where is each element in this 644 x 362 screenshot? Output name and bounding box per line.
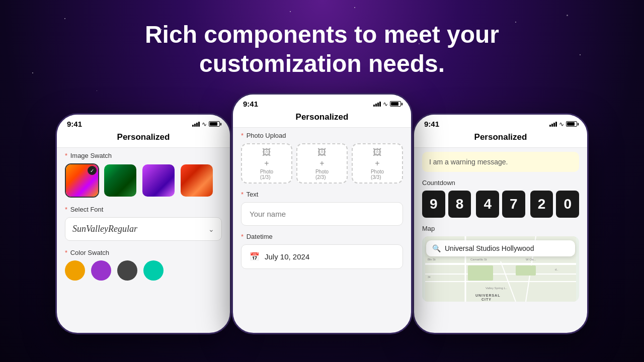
status-icons-left: ∿ xyxy=(192,121,220,128)
color-dot-purple[interactable] xyxy=(91,260,111,281)
search-icon: 🔍 xyxy=(432,244,441,252)
countdown-grid: 9 8 4 7 2 0 xyxy=(422,191,579,218)
phone-left: 9:41 ∿ Personalized * Image Swatch xyxy=(55,113,231,334)
warning-message: I am a warning message. xyxy=(422,152,579,172)
photo-icon-3: 🖼 xyxy=(373,147,382,158)
wifi-icon-left: ∿ xyxy=(202,121,207,128)
photo-upload-2[interactable]: 🖼 + Photo(2/3) xyxy=(296,143,348,184)
svg-text:d..: d.. xyxy=(555,268,558,271)
required-dot-datetime: * xyxy=(241,233,244,240)
select-font-label: * Select Font xyxy=(65,206,222,213)
phone-left-title: Personalized xyxy=(57,130,230,147)
map-search-text: Universal Studios Hollywood xyxy=(445,244,534,252)
photo-upload-section: * Photo Upload 🖼 + Photo(1/3) 🖼 + Photo(… xyxy=(233,132,411,274)
svg-text:W Oa...: W Oa... xyxy=(526,258,536,261)
status-bar-left: 9:41 ∿ xyxy=(57,115,230,130)
countdown-digit-3: 4 xyxy=(476,191,499,218)
countdown-label: Countdown xyxy=(422,179,579,187)
countdown-digit-6: 0 xyxy=(556,191,579,218)
calendar-icon: 📅 xyxy=(250,252,260,261)
your-name-input[interactable] xyxy=(241,202,403,226)
photo-label-2: Photo(2/3) xyxy=(315,169,329,180)
photo-icon-1: 🖼 xyxy=(262,147,271,158)
font-name-display: SunValleyRegular xyxy=(72,224,137,234)
color-swatch-label: * Color Swatch xyxy=(65,249,222,256)
phone-right-title: Personalized xyxy=(414,130,587,147)
map-container[interactable]: Blv St Camarillo St W Oa... 34 Valley Sp… xyxy=(422,236,579,302)
image-swatch-label: * Image Swatch xyxy=(65,152,222,159)
battery-left xyxy=(209,121,220,127)
countdown-digit-4: 7 xyxy=(502,191,525,218)
signal-icon-right xyxy=(549,122,557,127)
svg-text:Camarillo St: Camarillo St xyxy=(470,258,487,261)
battery-center xyxy=(390,101,401,107)
photo-label-3: Photo(3/3) xyxy=(371,169,384,180)
image-swatch-grid: ✓ xyxy=(65,163,222,198)
countdown-digit-1: 9 xyxy=(422,191,445,218)
required-dot-3: * xyxy=(65,249,67,256)
svg-text:Blv St: Blv St xyxy=(428,258,436,261)
battery-right xyxy=(566,121,577,127)
color-dot-teal[interactable] xyxy=(143,260,164,281)
svg-text:UNIVERSAL: UNIVERSAL xyxy=(475,294,500,297)
map-search-bar[interactable]: 🔍 Universal Studios Hollywood xyxy=(426,240,575,256)
required-dot-2: * xyxy=(65,206,67,213)
required-dot-1: * xyxy=(65,152,67,159)
swatch-item-4[interactable] xyxy=(180,163,214,198)
countdown-digit-5: 2 xyxy=(530,191,553,218)
countdown-section: Countdown 9 8 4 7 2 0 xyxy=(414,179,587,225)
swatch-item-2[interactable] xyxy=(103,163,137,198)
photo-plus-2: + xyxy=(319,159,324,168)
swatch-item-3[interactable] xyxy=(141,163,176,198)
svg-rect-7 xyxy=(468,265,493,281)
font-selector[interactable]: SunValleyRegular ⌄ xyxy=(65,217,222,241)
status-icons-right: ∿ xyxy=(549,121,577,128)
color-swatch-row xyxy=(65,260,222,281)
required-dot-photo: * xyxy=(241,132,244,139)
status-bar-right: 9:41 ∿ xyxy=(414,115,587,130)
phone-center-title: Personalized xyxy=(233,110,411,127)
countdown-digit-2: 8 xyxy=(448,191,471,218)
photo-upload-3[interactable]: 🖼 + Photo(3/3) xyxy=(352,143,403,184)
status-time-center: 9:41 xyxy=(243,100,258,108)
phone-right: 9:41 ∿ Personalized I am a warning messa… xyxy=(413,113,589,334)
color-dot-dark[interactable] xyxy=(117,260,137,281)
datetime-label: * Datetime xyxy=(241,233,403,240)
signal-icon-center xyxy=(373,102,381,107)
svg-rect-8 xyxy=(516,265,536,276)
photo-label-1: Photo(1/3) xyxy=(260,169,273,180)
wifi-icon-right: ∿ xyxy=(559,121,564,128)
wifi-icon-center: ∿ xyxy=(383,101,388,108)
phone-center: 9:41 ∿ Personalized * Photo Upload xyxy=(231,93,413,334)
color-dot-orange[interactable] xyxy=(65,260,85,281)
svg-text:CITY: CITY xyxy=(481,298,492,301)
date-field[interactable]: 📅 July 10, 2024 xyxy=(241,244,403,269)
swatch-item-1[interactable]: ✓ xyxy=(65,163,99,198)
signal-icon-left xyxy=(192,122,200,127)
photo-plus-3: + xyxy=(375,159,379,168)
phone-left-content: * Image Swatch ✓ * xyxy=(57,152,230,286)
status-bar-center: 9:41 ∿ xyxy=(233,95,411,110)
photo-grid: 🖼 + Photo(1/3) 🖼 + Photo(2/3) 🖼 + Photo(… xyxy=(241,143,403,184)
photo-plus-1: + xyxy=(264,159,269,168)
svg-text:34: 34 xyxy=(428,276,431,279)
text-label: * Text xyxy=(241,191,403,198)
chevron-down-icon: ⌄ xyxy=(208,225,214,233)
required-dot-text: * xyxy=(241,191,244,198)
status-icons-center: ∿ xyxy=(373,101,401,108)
photo-upload-1[interactable]: 🖼 + Photo(1/3) xyxy=(241,143,292,184)
status-time-left: 9:41 xyxy=(67,120,82,128)
map-label: Map xyxy=(422,225,579,232)
date-value: July 10, 2024 xyxy=(265,252,309,261)
page-header: Rich components to meet your customizati… xyxy=(145,0,499,93)
svg-text:Valley Spring L..: Valley Spring L.. xyxy=(486,287,508,290)
page-title: Rich components to meet your customizati… xyxy=(145,20,499,78)
status-time-right: 9:41 xyxy=(424,120,439,128)
photo-upload-label: * Photo Upload xyxy=(241,132,403,139)
phones-showcase: 9:41 ∿ Personalized * Image Swatch xyxy=(55,93,589,334)
map-section: Map Blv St Camarillo St xyxy=(414,225,587,302)
photo-icon-2: 🖼 xyxy=(317,147,327,158)
